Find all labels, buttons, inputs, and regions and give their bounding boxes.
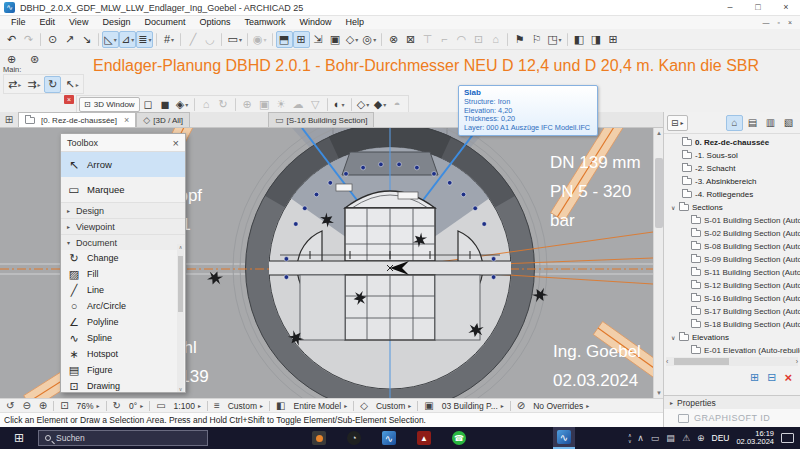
resize-icon[interactable]: ⊡ [470, 31, 487, 48]
group-elevations[interactable]: ∨Elevations [664, 331, 800, 344]
toolbox-scrollbar[interactable]: ∧ ∨ [177, 244, 184, 392]
renovation-show-icon[interactable]: ◧ [571, 31, 588, 48]
whatsapp-icon[interactable]: ☎ [448, 427, 470, 449]
render-icon[interactable]: ◆▾ [372, 96, 389, 113]
section-s16[interactable]: S-16 Building Section (Auto- [664, 292, 800, 305]
recorder-icon[interactable] [308, 427, 330, 449]
security-warning-icon[interactable]: ⚠ [682, 433, 690, 443]
story-schacht[interactable]: -2. Schacht [664, 162, 800, 175]
app-blue-icon[interactable] [273, 427, 295, 449]
telegram-icon[interactable] [483, 427, 505, 449]
archicad-app-icon[interactable]: ∿ [553, 427, 575, 449]
orbit-mode-icon[interactable]: ↻ [215, 96, 232, 113]
renovation-filter[interactable]: 03 Building P...▸ [438, 399, 508, 412]
layer-combination[interactable]: Custom▸ [224, 399, 267, 412]
layout-icon[interactable]: ◳▾ [545, 31, 563, 48]
hscroll-left-icon[interactable]: ‹ [666, 357, 668, 366]
inject-parameters-icon[interactable]: ↘ [78, 31, 95, 48]
graphic-overrides[interactable]: No Overrides▸ [529, 399, 593, 412]
toolbox-spline[interactable]: ∿Spline [61, 330, 185, 346]
canvas-scrollbar[interactable]: ▲ ▼ [653, 128, 663, 398]
dimension-preference[interactable]: Custom▸ [372, 399, 415, 412]
toolbox-arrow[interactable]: ↖Arrow [61, 152, 185, 177]
undo-icon[interactable]: ↶ [3, 31, 20, 48]
virtual-trace-icon[interactable]: ⊞ [605, 31, 622, 48]
photos-icon[interactable] [588, 427, 610, 449]
view-map-icon[interactable]: ▤ [744, 115, 761, 131]
zoom-tool-icon[interactable]: ⊙ [44, 31, 61, 48]
menu-item[interactable]: View [62, 16, 95, 29]
story-absinkbereich[interactable]: -3. Absinkbereich [664, 175, 800, 188]
publisher-icon[interactable]: ▧ [780, 115, 797, 131]
profile-manager-icon[interactable]: ⊛ [26, 51, 43, 68]
eraser-icon[interactable]: ◡ [201, 31, 218, 48]
clone-folder-icon[interactable]: ⊟ [767, 371, 776, 384]
camera-icon[interactable]: ◐▾ [331, 96, 348, 113]
archicad-file-icon[interactable]: ∿ [378, 427, 400, 449]
zoom-out-icon[interactable]: ⊖ [18, 399, 34, 412]
pick-up-parameters-icon[interactable]: ↗ [61, 31, 78, 48]
axonometry-icon[interactable]: ◈▾ [174, 96, 191, 113]
overrides-icon[interactable]: ⊘ [513, 399, 529, 412]
filter-3d-icon[interactable]: ▽ [307, 96, 324, 113]
section-s02[interactable]: S-02 Building Section (Auto- [664, 227, 800, 240]
grid-snap-icon[interactable]: #▾ [160, 31, 177, 48]
toolbox-scroll-down-icon[interactable]: ∨ [177, 386, 184, 392]
close-button[interactable]: × [772, 0, 800, 15]
toolbox-fill[interactable]: ▨Fill [61, 266, 185, 282]
flag-outline-icon[interactable]: ⚐ [528, 31, 545, 48]
toolbox-group-document[interactable]: ▾Document [61, 234, 185, 250]
scale-icon[interactable]: ▭ [152, 399, 169, 412]
project-map-icon[interactable]: ⌂ [726, 115, 743, 131]
graphisoft-id-bar[interactable]: GRAPHISOFT ID [664, 409, 800, 427]
section-s17[interactable]: S-17 Building Section (Auto- [664, 305, 800, 318]
orient-icon[interactable]: ↻ [109, 399, 125, 412]
marquee-options-icon[interactable]: ▭▾ [225, 31, 243, 48]
task-view-icon[interactable] [238, 427, 260, 449]
drawing-scale[interactable]: 1:100▸ [170, 399, 205, 412]
toolbox-hotspot[interactable]: ∗Hotspot [61, 346, 185, 362]
rotate-icon[interactable]: ◇▾ [344, 31, 361, 48]
split-icon[interactable]: ⊗ [385, 31, 402, 48]
redo-icon[interactable]: ↷ [20, 31, 37, 48]
mdi-minimize-icon[interactable]: — [762, 19, 769, 26]
3d-window-button[interactable]: ⊡ 3D Window [79, 97, 140, 112]
taskbar-clock[interactable]: 16:19 02.03.2024 [736, 430, 774, 446]
snap-guides-icon[interactable]: ⊿▾ [119, 31, 136, 48]
zoom-reset-icon[interactable]: ↺ [2, 399, 18, 412]
toolbox-figure[interactable]: ▤Figure [61, 362, 185, 378]
language-indicator[interactable]: DEU [712, 433, 730, 443]
scroll-up-icon[interactable]: ▲ [654, 128, 664, 138]
tab-rez-de-chaussee[interactable]: [0. Rez-de-chaussée]× [18, 112, 136, 127]
story-sous-sol[interactable]: -1. Sous-sol [664, 149, 800, 162]
cube-solid-icon[interactable]: ◼ [157, 96, 174, 113]
scroll-down-icon[interactable]: ▼ [654, 388, 664, 398]
renovation-hide-icon[interactable]: ◨ [588, 31, 605, 48]
cube-wire-icon[interactable]: ◻ [140, 96, 157, 113]
suspend-groups-icon[interactable]: ◉▾ [251, 31, 269, 48]
section-s18[interactable]: S-18 Building Section (Auto- [664, 318, 800, 331]
magic-wand-icon[interactable]: ▣ [327, 31, 344, 48]
group-sections[interactable]: ∨Sections [664, 201, 800, 214]
network-icon[interactable]: ⊕ [697, 433, 705, 443]
menu-item[interactable]: Document [137, 16, 192, 29]
sky-settings-icon[interactable]: ☁ [290, 96, 307, 113]
section-s11[interactable]: S-11 Building Section (Auto- [664, 266, 800, 279]
toolbox-line[interactable]: ╱Line [61, 282, 185, 298]
arrow-tool-icon[interactable]: ↖▸ [63, 76, 80, 93]
menu-item[interactable]: Edit [33, 16, 63, 29]
toolbox-drawing[interactable]: ⊡Drawing [61, 378, 185, 393]
guide-lines-icon[interactable]: ◺▾ [102, 31, 119, 48]
render-settings-icon[interactable]: ◇▾ [355, 96, 372, 113]
intersect-icon[interactable]: ⊤ [419, 31, 436, 48]
toolbox-arc-circle[interactable]: ○Arc/Circle [61, 298, 185, 314]
scroll-thumb[interactable] [655, 158, 663, 228]
section-s09[interactable]: S-09 Building Section (Auto- [664, 253, 800, 266]
story-rez-de-chaussee[interactable]: 0. Rez-de-chaussée [664, 136, 800, 149]
section-s12[interactable]: S-12 Building Section (Auto- [664, 279, 800, 292]
dimension-style-icon[interactable]: ◇ [356, 399, 372, 412]
tab-3d-all[interactable]: ◇[3D / All] [136, 112, 190, 127]
orbit-tool-icon[interactable]: ↻ [44, 76, 61, 93]
minimize-button[interactable]: – [716, 0, 744, 15]
menu-item[interactable]: Teamwork [237, 16, 292, 29]
